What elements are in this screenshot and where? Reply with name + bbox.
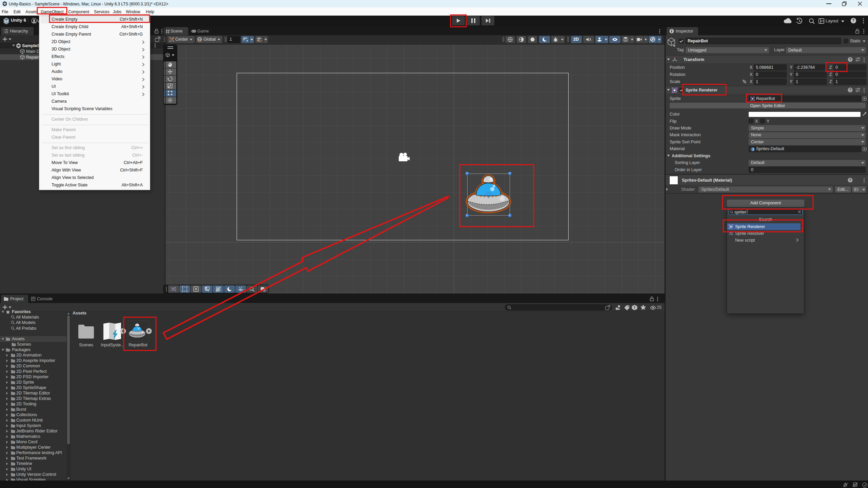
svg-text:?: ? <box>849 57 851 61</box>
svg-text:Y: Y <box>246 39 248 42</box>
svg-text:?: ? <box>849 88 851 92</box>
svg-text:?: ? <box>849 178 851 182</box>
svg-text:?: ? <box>852 18 854 23</box>
